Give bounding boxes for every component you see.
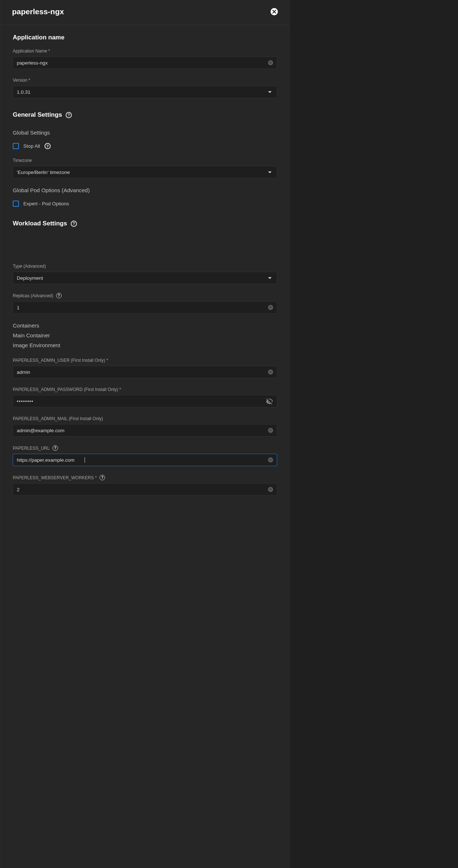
app-name-input-wrap[interactable]: ✕: [13, 57, 277, 69]
main-container-label: Main Container: [13, 332, 277, 338]
admin-user-label: PAPERLESS_ADMIN_USER (First Install Only…: [13, 358, 277, 363]
app-name-label: Application Name *: [13, 49, 277, 54]
field-workers: PAPERLESS_WEBSERVER_WORKERS * ? ✕: [13, 475, 277, 496]
admin-password-label: PAPERLESS_ADMIN_PASSWORD (First Install …: [13, 387, 277, 392]
global-settings-label: Global Settings: [13, 129, 277, 136]
expert-pod-row: Expert - Pod Options: [13, 201, 277, 207]
stop-all-label: Stop All: [23, 143, 40, 149]
admin-mail-label: PAPERLESS_ADMIN_MAIL (First Install Only…: [13, 416, 277, 421]
admin-password-input-wrap[interactable]: [13, 395, 277, 407]
modal-title: paperless-ngx: [12, 7, 64, 16]
url-input-wrap[interactable]: ✕: [13, 454, 277, 466]
help-icon[interactable]: ?: [44, 143, 51, 149]
workers-input-wrap[interactable]: ✕: [13, 483, 277, 496]
containers-block: Containers Main Container Image Environm…: [13, 322, 277, 348]
modal-header: paperless-ngx: [0, 0, 290, 25]
timezone-select[interactable]: 'Europe/Berlin' timezone: [13, 166, 277, 178]
help-icon[interactable]: ?: [71, 221, 77, 227]
chevron-down-icon: [268, 91, 272, 93]
app-name-input[interactable]: [17, 60, 268, 66]
replicas-input[interactable]: [17, 305, 268, 310]
clear-icon[interactable]: ✕: [268, 305, 273, 310]
version-label: Version *: [13, 78, 277, 83]
help-icon[interactable]: ?: [100, 475, 105, 480]
close-button[interactable]: [271, 8, 278, 15]
chevron-down-icon: [268, 277, 272, 279]
workers-label: PAPERLESS_WEBSERVER_WORKERS * ?: [13, 475, 277, 480]
field-type: Type (Advanced) Deployment: [13, 264, 277, 284]
modal-content: Application name Application Name * ✕ Ve…: [0, 25, 290, 519]
version-select[interactable]: 1.0.31: [13, 86, 277, 98]
type-label: Type (Advanced): [13, 264, 277, 269]
close-icon: [272, 10, 276, 13]
admin-user-input[interactable]: [17, 369, 268, 375]
clear-icon[interactable]: ✕: [268, 487, 273, 492]
global-pod-label: Global Pod Options (Advanced): [13, 187, 277, 193]
field-app-name: Application Name * ✕: [13, 49, 277, 69]
stop-all-checkbox[interactable]: [13, 143, 19, 149]
settings-modal: paperless-ngx Application name Applicati…: [0, 0, 290, 868]
clear-icon[interactable]: ✕: [268, 428, 273, 433]
clear-icon[interactable]: ✕: [268, 369, 273, 375]
replicas-label-text: Replicas (Advanced): [13, 293, 53, 298]
clear-icon[interactable]: ✕: [268, 457, 273, 462]
field-admin-user: PAPERLESS_ADMIN_USER (First Install Only…: [13, 358, 277, 378]
expert-pod-checkbox[interactable]: [13, 201, 19, 207]
help-icon[interactable]: ?: [53, 445, 58, 451]
field-replicas: Replicas (Advanced) ? ✕: [13, 293, 277, 314]
clear-icon[interactable]: ✕: [268, 60, 273, 65]
timezone-value: 'Europe/Berlin' timezone: [17, 170, 70, 175]
admin-user-input-wrap[interactable]: ✕: [13, 366, 277, 378]
type-value: Deployment: [17, 275, 43, 281]
stop-all-row: Stop All ?: [13, 143, 277, 149]
field-admin-mail: PAPERLESS_ADMIN_MAIL (First Install Only…: [13, 416, 277, 437]
field-version: Version * 1.0.31: [13, 78, 277, 98]
help-icon[interactable]: ?: [66, 112, 72, 118]
image-env-label: Image Environment: [13, 342, 277, 348]
replicas-input-wrap[interactable]: ✕: [13, 301, 277, 314]
section-general-title: General Settings ?: [13, 111, 277, 119]
section-app-name-title: Application name: [13, 34, 277, 41]
field-admin-password: PAPERLESS_ADMIN_PASSWORD (First Install …: [13, 387, 277, 407]
admin-mail-input[interactable]: [17, 428, 268, 433]
help-icon[interactable]: ?: [56, 293, 62, 298]
visibility-off-icon[interactable]: [266, 398, 273, 405]
url-label: PAPERLESS_URL ?: [13, 445, 277, 451]
type-select[interactable]: Deployment: [13, 272, 277, 284]
general-settings-text: General Settings: [13, 111, 62, 119]
version-value: 1.0.31: [17, 89, 31, 95]
workload-settings-text: Workload Settings: [13, 220, 67, 227]
timezone-label: Timezone: [13, 158, 277, 163]
admin-password-input[interactable]: [17, 399, 266, 404]
workers-label-text: PAPERLESS_WEBSERVER_WORKERS *: [13, 475, 97, 480]
url-label-text: PAPERLESS_URL: [13, 446, 50, 451]
replicas-label: Replicas (Advanced) ?: [13, 293, 277, 298]
workers-input[interactable]: [17, 487, 268, 492]
field-url: PAPERLESS_URL ? ✕: [13, 445, 277, 466]
section-workload-title: Workload Settings ?: [13, 220, 277, 227]
url-input[interactable]: [17, 457, 85, 463]
admin-mail-input-wrap[interactable]: ✕: [13, 424, 277, 437]
containers-label: Containers: [13, 322, 277, 329]
chevron-down-icon: [268, 171, 272, 173]
field-timezone: Timezone 'Europe/Berlin' timezone: [13, 158, 277, 178]
expert-pod-label: Expert - Pod Options: [23, 201, 69, 206]
